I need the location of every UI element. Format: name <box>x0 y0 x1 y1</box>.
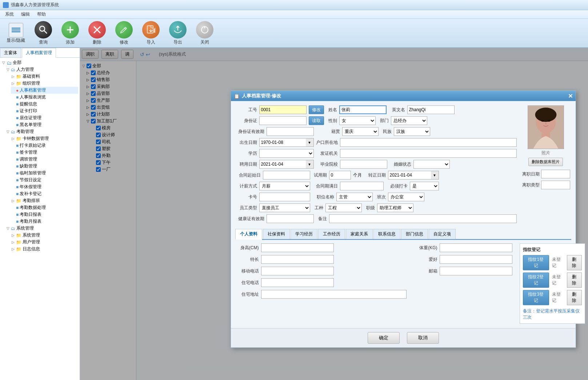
tab-social-insurance[interactable]: 社保资料 <box>263 229 290 239</box>
id-expiry-input[interactable] <box>267 127 314 136</box>
tree-node-holiday[interactable]: ■ 节假日设定 <box>11 177 78 183</box>
tree-node-org[interactable]: ▷ 📁 组织管理 <box>11 80 78 87</box>
tree-node-sign-card[interactable]: ■ 签卡管理 <box>11 149 78 156</box>
tree-node-attendance-process[interactable]: ■ 考勤数据处理 <box>11 204 78 211</box>
birthdate-input[interactable] <box>259 138 306 147</box>
fp1-register-btn[interactable]: 指纹1登记 <box>523 255 549 270</box>
menu-system[interactable]: 系统 <box>1 11 17 18</box>
health-expiry-input[interactable] <box>267 214 314 223</box>
university-input[interactable] <box>340 160 387 169</box>
delete-photo-btn[interactable]: 删除数据库照片 <box>528 158 563 166</box>
tree-node-shift-change[interactable]: ■ 调班管理 <box>11 156 78 163</box>
menu-help[interactable]: 帮助 <box>33 11 49 18</box>
tree-node-users[interactable]: ▷ 📁 用户管理 <box>11 239 78 246</box>
email-input[interactable] <box>440 267 512 275</box>
remarks-input[interactable] <box>329 214 517 223</box>
tab-contact[interactable]: 联系信息 <box>373 229 400 239</box>
tree-node-reminder[interactable]: ■ 提醒信息 <box>11 101 78 108</box>
search-button[interactable]: 查询 <box>32 20 55 47</box>
tree-node-absence[interactable]: ■ 缺勤管理 <box>11 163 78 170</box>
export-button[interactable]: 导出 <box>166 20 189 47</box>
fp1-delete-btn[interactable]: 删除 <box>567 255 581 270</box>
tree-node-hr[interactable]: ▽ 🗂 人力管理 <box>6 66 78 73</box>
household-input[interactable] <box>340 138 517 147</box>
height-input[interactable] <box>261 243 334 252</box>
fp2-register-btn[interactable]: 指纹2登记 <box>523 272 549 288</box>
departure-type-input[interactable] <box>541 181 570 189</box>
tree-node-blacklist[interactable]: ■ 黑名单管理 <box>11 121 78 128</box>
tab-main-body[interactable]: 主窗体 <box>0 48 21 57</box>
address-input[interactable] <box>261 290 407 299</box>
tree-node-basic[interactable]: ▷ 📁 基础资料 <box>11 73 78 80</box>
read-btn[interactable]: 读取 <box>309 116 324 125</box>
transfer-date-input[interactable] <box>388 171 431 179</box>
hobby-input[interactable] <box>440 255 512 264</box>
tree-node-sysadmin[interactable]: ▽ 🗂 系统管理 <box>6 225 78 232</box>
english-name-input[interactable] <box>407 105 455 114</box>
payroll-select[interactable]: 月薪 日薪 <box>259 182 310 190</box>
specialty-input[interactable] <box>261 255 334 264</box>
domicile-select[interactable]: 重庆 <box>342 127 379 136</box>
tree-node-root[interactable]: ▽ 🗂 全部 <box>1 59 78 66</box>
tree-node-card-data[interactable]: ▷ 📁 卡钟数据管理 <box>11 135 78 142</box>
card-no-input[interactable] <box>259 193 310 201</box>
tab-family[interactable]: 家庭关系 <box>346 229 373 239</box>
contract-start-input[interactable] <box>263 171 310 179</box>
must-clock-select[interactable]: 是 否 <box>410 182 439 190</box>
emp-id-input[interactable] <box>259 105 307 114</box>
tree-node-reissue-card[interactable]: ■ 发补卡登记 <box>11 190 78 197</box>
rank-select[interactable]: 助理工程师 工程师 <box>377 203 413 212</box>
edit-button[interactable]: 修改 <box>112 20 136 47</box>
mobile-input[interactable] <box>261 267 334 275</box>
transfer-date-calendar-btn[interactable]: ▼ <box>431 171 439 179</box>
education-select[interactable]: 小学 初中 高中 大专 本科 <box>259 149 314 158</box>
gender-select[interactable]: 女 男 <box>339 116 376 125</box>
import-button[interactable]: 导入 <box>139 20 163 47</box>
probation-input[interactable] <box>329 171 351 179</box>
fp3-register-btn[interactable]: 指纹3登记 <box>523 290 549 305</box>
tree-node-overtime[interactable]: ■ 临时加班管理 <box>11 170 78 177</box>
shift-select[interactable]: 办公室 早班 <box>388 193 424 201</box>
tree-node-attendance[interactable]: ▽ 🗂 考勤管理 <box>6 128 78 135</box>
fp2-delete-btn[interactable]: 删除 <box>567 272 581 288</box>
birthdate-calendar-btn[interactable]: ▼ <box>306 138 314 147</box>
tree-node-daily-report[interactable]: ■ 考勤日报表 <box>11 211 78 218</box>
tab-personal[interactable]: 个人资料 <box>235 229 262 240</box>
delete-button[interactable]: 删除 <box>85 20 109 47</box>
show-hide-button[interactable]: 显示/隐藏 <box>4 21 28 45</box>
marital-select[interactable]: 未婚 已婚 <box>413 160 450 169</box>
id-card-input[interactable] <box>259 116 307 125</box>
menu-edit[interactable]: 编辑 <box>17 11 33 18</box>
add-button[interactable]: 添加 <box>59 20 82 47</box>
tab-study-history[interactable]: 学习经历 <box>291 229 317 239</box>
contract-end-input[interactable] <box>340 182 384 190</box>
tree-node-logs[interactable]: ▷ 📁 日志信息 <box>11 246 78 252</box>
tree-node-annual-leave[interactable]: ■ 年休假管理 <box>11 183 78 190</box>
tab-hr-archive[interactable]: 人事档案管理 <box>22 48 56 58</box>
tree-node-raw-record[interactable]: ■ 打卡原始记录 <box>11 142 78 149</box>
fp3-delete-btn[interactable]: 删除 <box>567 290 581 305</box>
tab-work-history[interactable]: 工作经历 <box>318 229 345 239</box>
cancel-button[interactable]: 取消 <box>407 332 439 344</box>
tree-node-schedule[interactable]: ▷ 📁 考勤排班 <box>11 197 78 204</box>
tree-node-residence[interactable]: ■ 居住证管理 <box>11 114 78 121</box>
tab-custom[interactable]: 自定义项 <box>429 229 456 239</box>
tree-node-monthly-report[interactable]: ■ 考勤月报表 <box>11 218 78 225</box>
modify-btn[interactable]: 修改 <box>309 105 324 114</box>
emp-type-select[interactable]: 直接员工 间接员工 <box>259 203 310 212</box>
tab-dept-info[interactable]: 部门信息 <box>401 229 428 239</box>
tree-node-card-print[interactable]: ■ 证卡打印 <box>11 108 78 114</box>
issuing-input[interactable] <box>340 149 517 158</box>
position-select[interactable]: 主管 员工 <box>336 193 373 201</box>
home-phone-input[interactable] <box>261 278 334 287</box>
name-input[interactable] <box>339 105 387 114</box>
hire-date-input[interactable] <box>259 160 306 169</box>
departure-date-input[interactable] <box>541 170 570 178</box>
hire-date-calendar-btn[interactable]: ▼ <box>306 160 314 169</box>
work-type-select[interactable]: 工程 生产 <box>325 203 362 212</box>
dept-select[interactable]: 总经办 销售部 <box>391 116 427 125</box>
modal-close-button[interactable]: ✕ <box>568 93 573 100</box>
confirm-button[interactable]: 确定 <box>368 332 400 344</box>
close-app-button[interactable]: 关闭 <box>193 20 216 47</box>
tree-node-hr-archive[interactable]: ● 人事档案管理 <box>11 87 78 94</box>
